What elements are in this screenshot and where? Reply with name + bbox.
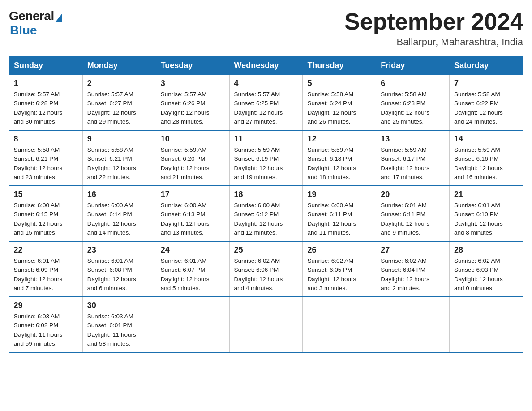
day-info: Sunrise: 6:00 AMSunset: 6:11 PMDaylight:… — [307, 201, 371, 237]
calendar-cell: 19Sunrise: 6:00 AMSunset: 6:11 PMDayligh… — [303, 186, 376, 241]
weekday-header-saturday: Saturday — [450, 56, 523, 75]
day-number: 27 — [381, 245, 445, 255]
calendar-cell — [303, 297, 376, 352]
calendar-cell: 12Sunrise: 5:59 AMSunset: 6:18 PMDayligh… — [303, 130, 376, 186]
day-info: Sunrise: 5:57 AMSunset: 6:25 PMDaylight:… — [234, 90, 298, 126]
day-number: 29 — [14, 301, 78, 310]
location-subtitle: Ballarpur, Maharashtra, India — [344, 36, 523, 48]
day-number: 12 — [307, 134, 371, 144]
day-number: 15 — [14, 190, 78, 199]
calendar-cell — [156, 297, 229, 352]
logo-general-text: General — [9, 9, 54, 23]
day-number: 24 — [161, 245, 225, 255]
day-number: 14 — [454, 134, 518, 144]
calendar-cell: 1Sunrise: 5:57 AMSunset: 6:28 PMDaylight… — [9, 75, 83, 131]
calendar-cell: 16Sunrise: 6:00 AMSunset: 6:14 PMDayligh… — [82, 186, 156, 241]
day-info: Sunrise: 5:58 AMSunset: 6:24 PMDaylight:… — [307, 90, 371, 126]
calendar-cell: 25Sunrise: 6:02 AMSunset: 6:06 PMDayligh… — [229, 241, 303, 297]
calendar-cell: 13Sunrise: 5:59 AMSunset: 6:17 PMDayligh… — [376, 130, 450, 186]
week-row-3: 15Sunrise: 6:00 AMSunset: 6:15 PMDayligh… — [9, 186, 523, 241]
calendar-cell: 27Sunrise: 6:02 AMSunset: 6:04 PMDayligh… — [376, 241, 450, 297]
day-info: Sunrise: 5:58 AMSunset: 6:23 PMDaylight:… — [381, 90, 445, 126]
day-info: Sunrise: 6:01 AMSunset: 6:11 PMDaylight:… — [381, 201, 445, 237]
calendar-cell — [229, 297, 303, 352]
calendar-cell: 7Sunrise: 5:58 AMSunset: 6:22 PMDaylight… — [450, 75, 523, 131]
week-row-1: 1Sunrise: 5:57 AMSunset: 6:28 PMDaylight… — [9, 75, 523, 131]
week-row-5: 29Sunrise: 6:03 AMSunset: 6:02 PMDayligh… — [9, 297, 523, 352]
day-number: 18 — [234, 190, 298, 199]
calendar-cell — [376, 297, 450, 352]
day-number: 10 — [161, 134, 225, 144]
day-number: 16 — [87, 190, 151, 199]
calendar-cell: 14Sunrise: 5:59 AMSunset: 6:16 PMDayligh… — [450, 130, 523, 186]
calendar-cell: 10Sunrise: 5:59 AMSunset: 6:20 PMDayligh… — [156, 130, 229, 186]
week-row-2: 8Sunrise: 5:58 AMSunset: 6:21 PMDaylight… — [9, 130, 523, 186]
calendar-cell: 23Sunrise: 6:01 AMSunset: 6:08 PMDayligh… — [82, 241, 156, 297]
weekday-header-wednesday: Wednesday — [229, 56, 303, 75]
week-row-4: 22Sunrise: 6:01 AMSunset: 6:09 PMDayligh… — [9, 241, 523, 297]
day-number: 8 — [14, 134, 78, 144]
logo: General Blue — [9, 9, 63, 38]
day-info: Sunrise: 6:01 AMSunset: 6:08 PMDaylight:… — [87, 257, 151, 293]
day-number: 3 — [161, 79, 225, 88]
calendar-cell: 24Sunrise: 6:01 AMSunset: 6:07 PMDayligh… — [156, 241, 229, 297]
calendar-cell: 20Sunrise: 6:01 AMSunset: 6:11 PMDayligh… — [376, 186, 450, 241]
day-info: Sunrise: 5:59 AMSunset: 6:19 PMDaylight:… — [234, 146, 298, 182]
day-info: Sunrise: 5:59 AMSunset: 6:17 PMDaylight:… — [381, 146, 445, 182]
header: General Blue September 2024 Ballarpur, M… — [9, 9, 523, 48]
calendar-cell: 17Sunrise: 6:00 AMSunset: 6:13 PMDayligh… — [156, 186, 229, 241]
calendar-cell: 28Sunrise: 6:02 AMSunset: 6:03 PMDayligh… — [450, 241, 523, 297]
day-info: Sunrise: 5:57 AMSunset: 6:26 PMDaylight:… — [161, 90, 225, 126]
day-info: Sunrise: 5:59 AMSunset: 6:16 PMDaylight:… — [454, 146, 518, 182]
day-info: Sunrise: 5:58 AMSunset: 6:21 PMDaylight:… — [14, 146, 78, 182]
day-number: 26 — [307, 245, 371, 255]
weekday-header-monday: Monday — [82, 56, 156, 75]
logo-blue-text: Blue — [10, 23, 37, 38]
calendar-cell: 8Sunrise: 5:58 AMSunset: 6:21 PMDaylight… — [9, 130, 83, 186]
calendar-cell: 30Sunrise: 6:03 AMSunset: 6:01 PMDayligh… — [82, 297, 156, 352]
day-number: 5 — [307, 79, 371, 88]
day-number: 19 — [307, 190, 371, 199]
calendar-cell: 3Sunrise: 5:57 AMSunset: 6:26 PMDaylight… — [156, 75, 229, 131]
calendar-cell: 18Sunrise: 6:00 AMSunset: 6:12 PMDayligh… — [229, 186, 303, 241]
day-number: 1 — [14, 79, 78, 88]
day-info: Sunrise: 6:00 AMSunset: 6:14 PMDaylight:… — [87, 201, 151, 237]
day-number: 17 — [161, 190, 225, 199]
calendar-cell: 9Sunrise: 5:58 AMSunset: 6:21 PMDaylight… — [82, 130, 156, 186]
calendar-cell: 26Sunrise: 6:02 AMSunset: 6:05 PMDayligh… — [303, 241, 376, 297]
day-info: Sunrise: 6:01 AMSunset: 6:10 PMDaylight:… — [454, 201, 518, 237]
day-number: 4 — [234, 79, 298, 88]
day-number: 22 — [14, 245, 78, 255]
day-number: 25 — [234, 245, 298, 255]
weekday-header-friday: Friday — [376, 56, 450, 75]
day-info: Sunrise: 6:02 AMSunset: 6:06 PMDaylight:… — [234, 257, 298, 293]
day-info: Sunrise: 5:58 AMSunset: 6:21 PMDaylight:… — [87, 146, 151, 182]
day-number: 23 — [87, 245, 151, 255]
weekday-header-sunday: Sunday — [9, 56, 83, 75]
weekday-header-tuesday: Tuesday — [156, 56, 229, 75]
day-info: Sunrise: 6:00 AMSunset: 6:13 PMDaylight:… — [161, 201, 225, 237]
day-number: 9 — [87, 134, 151, 144]
day-number: 13 — [381, 134, 445, 144]
calendar-cell: 2Sunrise: 5:57 AMSunset: 6:27 PMDaylight… — [82, 75, 156, 131]
calendar-cell: 11Sunrise: 5:59 AMSunset: 6:19 PMDayligh… — [229, 130, 303, 186]
day-number: 7 — [454, 79, 518, 88]
day-info: Sunrise: 5:57 AMSunset: 6:27 PMDaylight:… — [87, 90, 151, 126]
day-info: Sunrise: 6:00 AMSunset: 6:15 PMDaylight:… — [14, 201, 78, 237]
day-number: 11 — [234, 134, 298, 144]
day-info: Sunrise: 6:03 AMSunset: 6:02 PMDaylight:… — [14, 312, 78, 348]
calendar-cell: 4Sunrise: 5:57 AMSunset: 6:25 PMDaylight… — [229, 75, 303, 131]
day-info: Sunrise: 6:00 AMSunset: 6:12 PMDaylight:… — [234, 201, 298, 237]
title-area: September 2024 Ballarpur, Maharashtra, I… — [344, 9, 523, 48]
month-title: September 2024 — [344, 9, 523, 34]
calendar-cell: 5Sunrise: 5:58 AMSunset: 6:24 PMDaylight… — [303, 75, 376, 131]
calendar-cell: 6Sunrise: 5:58 AMSunset: 6:23 PMDaylight… — [376, 75, 450, 131]
calendar-table: SundayMondayTuesdayWednesdayThursdayFrid… — [9, 56, 523, 353]
day-info: Sunrise: 6:03 AMSunset: 6:01 PMDaylight:… — [87, 312, 151, 348]
day-info: Sunrise: 5:58 AMSunset: 6:22 PMDaylight:… — [454, 90, 518, 126]
weekday-header-row: SundayMondayTuesdayWednesdayThursdayFrid… — [9, 56, 523, 75]
day-info: Sunrise: 6:02 AMSunset: 6:04 PMDaylight:… — [381, 257, 445, 293]
calendar-cell: 21Sunrise: 6:01 AMSunset: 6:10 PMDayligh… — [450, 186, 523, 241]
calendar-cell: 22Sunrise: 6:01 AMSunset: 6:09 PMDayligh… — [9, 241, 83, 297]
calendar-cell: 15Sunrise: 6:00 AMSunset: 6:15 PMDayligh… — [9, 186, 83, 241]
